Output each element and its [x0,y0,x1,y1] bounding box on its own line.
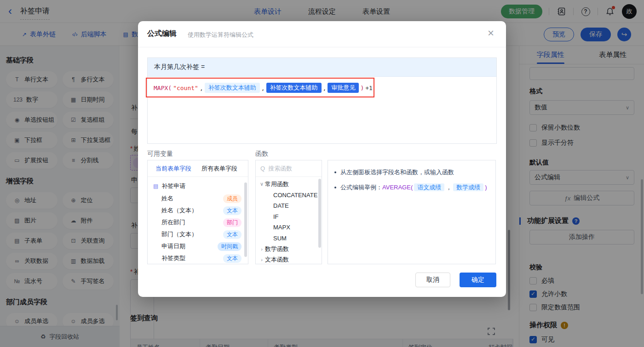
formula-token[interactable]: 补签次数文本辅助 [266,83,322,93]
function-name: 常用函数 [265,180,289,188]
caret-icon: › [259,257,265,262]
divider [138,47,506,47]
example-field-pill: 数学成绩 [453,183,483,191]
bullet-dot [334,187,336,188]
cancel-button[interactable]: 取消 [415,273,450,287]
function-row[interactable]: IF [256,211,322,222]
formula-token[interactable]: , [200,85,203,91]
variable-type-badge: 文本 [223,230,242,239]
function-row[interactable]: › 数学函数 [256,244,322,255]
variable-name: 姓名（文本） [161,206,197,215]
help-text: 从左侧面板选择字段名和函数，或输入函数 [340,168,454,177]
variable-row[interactable]: 姓名 成员 [148,193,248,205]
function-row[interactable]: SUM [256,233,322,244]
formula-expression[interactable]: MAPX( "count" , 补签次数文本辅助 , 补签次数文本辅助 , 审批… [154,83,373,93]
formula-token[interactable]: +1 [365,85,373,91]
function-search-input[interactable]: Q 搜索函数 [256,160,322,177]
example-function-name: AVERAGE( [382,184,413,191]
document-icon: ▤ [153,183,158,189]
variable-type-badge: 时间戳 [218,242,242,251]
formula-token[interactable]: ) [360,85,364,91]
formula-token[interactable]: 补签次数文本辅助 [205,83,260,93]
function-name: CONCATENATE [273,192,317,199]
function-name: MAPX [273,224,290,231]
confirm-button[interactable]: 确定 [460,273,496,287]
help-bullet-2: 公式编辑举例：AVERAGE(语文成绩，数学成绩) [334,183,489,192]
functions-label: 函数 [255,150,268,158]
functions-panel: Q 搜索函数 ∨ 常用函数 CONCATENATE [255,160,322,264]
function-list: ∨ 常用函数 CONCATENATE DATE [256,179,322,265]
formula-token[interactable]: 审批意见 [328,83,359,93]
caret-icon: ∨ [259,181,265,187]
formula-token[interactable]: "count" [173,85,198,91]
formula-token[interactable]: , [261,85,265,91]
help-panel: 从左侧面板选择字段名和函数，或输入函数 公式编辑举例：AVERAGE(语文成绩，… [328,160,496,264]
function-name: SUM [273,235,287,242]
formula-token[interactable]: , [323,85,327,91]
formula-edit-modal: 公式编辑 使用数学运算符编辑公式 × 本月第几次补签 = MAPX( "coun… [138,21,506,297]
help-bullet-1: 从左侧面板选择字段名和函数，或输入函数 [334,168,489,177]
variables-tabs: 当前表单字段 所有表单字段 [148,160,248,177]
function-row[interactable]: CONCATENATE [256,190,322,201]
variable-list: 姓名 成员 姓名（文本） 文本 所在部门 部门 部门（文本） [148,193,248,264]
variable-row[interactable]: 补签类型 文本 [148,252,248,264]
formula-target-label: 本月第几次补签 = [154,63,205,71]
formula-target-bar: 本月第几次补签 = [148,58,496,77]
tab-all-form-fields[interactable]: 所有表单字段 [201,165,237,173]
functions-scrollbar[interactable] [318,179,321,248]
formula-token[interactable]: MAPX( [154,85,172,91]
modal-title: 公式编辑 [147,29,177,39]
bullet-dot [334,171,336,173]
tab-current-form-fields[interactable]: 当前表单字段 [155,165,191,173]
help-example: 公式编辑举例：AVERAGE(语文成绩，数学成绩) [340,183,487,192]
form-tree-root-label: 补签申请 [161,182,185,190]
variable-row[interactable]: 申请日期 时间戳 [148,240,248,252]
variable-type-badge: 部门 [223,218,242,227]
variable-row[interactable]: 所在部门 部门 [148,216,248,228]
caret-icon: › [259,246,265,252]
variable-name: 姓名 [161,194,173,203]
variable-row[interactable]: 姓名（文本） 文本 [148,205,248,216]
variable-type-badge: 成员 [223,194,242,203]
function-row[interactable]: › 文本函数 [256,255,322,266]
variable-row[interactable]: 部门（文本） 文本 [148,228,248,240]
variables-label: 可用变量 [147,150,173,158]
function-row[interactable]: ∨ 常用函数 [256,179,322,190]
function-name: 文本函数 [265,256,289,264]
function-row[interactable]: DATE [256,200,322,211]
variables-panel: 当前表单字段 所有表单字段 ▤ 补签申请 姓名 成员 姓名（文本） 文本 [147,160,248,264]
variable-name: 补签类型 [161,254,185,262]
variable-name: 申请日期 [161,242,185,250]
modal-subtitle: 使用数学运算符编辑公式 [188,31,253,39]
search-placeholder: 搜索函数 [268,165,292,173]
form-tree-root[interactable]: ▤ 补签申请 [148,177,248,190]
example-field-pill: 语文成绩 [414,183,444,191]
close-icon[interactable]: × [488,27,494,40]
function-name: DATE [273,202,289,209]
function-name: 数学函数 [265,245,289,253]
variable-type-badge: 文本 [223,206,242,215]
variables-scrollbar[interactable] [244,182,247,257]
app-root: ‹ 补签申请 表单设计 流程设定 表单设置 数据管理 ? [0,0,644,347]
variable-name: 部门（文本） [161,230,197,239]
variable-type-badge: 文本 [223,254,242,263]
function-row[interactable]: MAPX [256,222,322,233]
function-name: IF [273,213,279,220]
search-icon: Q [260,165,265,172]
variable-name: 所在部门 [161,218,185,227]
formula-editor: 本月第几次补签 = MAPX( "count" , 补签次数文本辅助 , 补签次… [147,57,497,144]
